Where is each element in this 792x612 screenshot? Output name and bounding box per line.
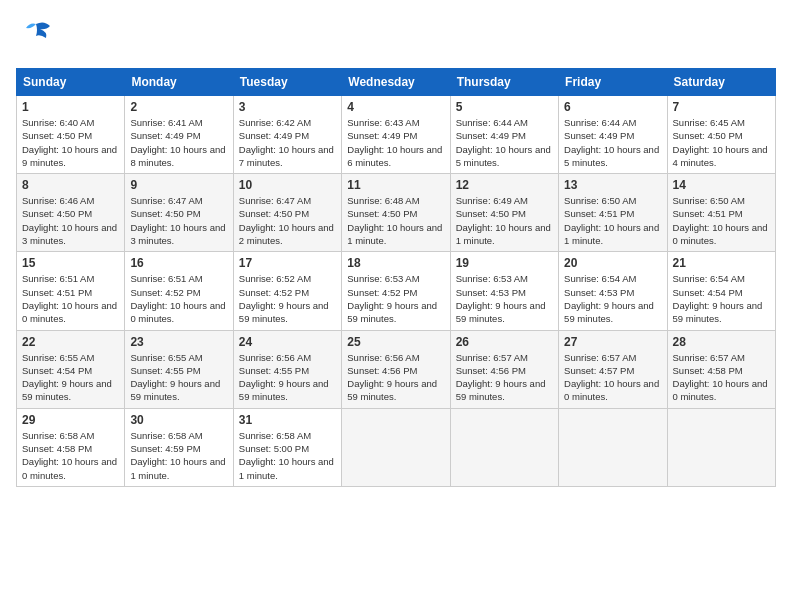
calendar-cell: 28 Sunrise: 6:57 AM Sunset: 4:58 PM Dayl… xyxy=(667,330,775,408)
daylight: Daylight: 10 hours and 1 minute. xyxy=(130,456,225,480)
column-header-tuesday: Tuesday xyxy=(233,69,341,96)
calendar-cell: 11 Sunrise: 6:48 AM Sunset: 4:50 PM Dayl… xyxy=(342,174,450,252)
day-info: Sunrise: 6:58 AM Sunset: 5:00 PM Dayligh… xyxy=(239,429,336,482)
day-number: 31 xyxy=(239,413,336,427)
calendar-cell xyxy=(450,408,558,486)
day-number: 29 xyxy=(22,413,119,427)
day-info: Sunrise: 6:52 AM Sunset: 4:52 PM Dayligh… xyxy=(239,272,336,325)
day-info: Sunrise: 6:56 AM Sunset: 4:55 PM Dayligh… xyxy=(239,351,336,404)
calendar-cell: 14 Sunrise: 6:50 AM Sunset: 4:51 PM Dayl… xyxy=(667,174,775,252)
sunset: Sunset: 4:50 PM xyxy=(130,208,200,219)
daylight: Daylight: 9 hours and 59 minutes. xyxy=(673,300,763,324)
daylight: Daylight: 9 hours and 59 minutes. xyxy=(239,378,329,402)
sunset: Sunset: 5:00 PM xyxy=(239,443,309,454)
sunset: Sunset: 4:50 PM xyxy=(347,208,417,219)
day-number: 30 xyxy=(130,413,227,427)
calendar-cell: 8 Sunrise: 6:46 AM Sunset: 4:50 PM Dayli… xyxy=(17,174,125,252)
sunset: Sunset: 4:52 PM xyxy=(239,287,309,298)
column-header-sunday: Sunday xyxy=(17,69,125,96)
sunrise: Sunrise: 6:53 AM xyxy=(456,273,528,284)
calendar-cell: 4 Sunrise: 6:43 AM Sunset: 4:49 PM Dayli… xyxy=(342,96,450,174)
day-info: Sunrise: 6:54 AM Sunset: 4:54 PM Dayligh… xyxy=(673,272,770,325)
page-header xyxy=(16,16,776,60)
sunrise: Sunrise: 6:44 AM xyxy=(564,117,636,128)
sunset: Sunset: 4:55 PM xyxy=(130,365,200,376)
day-number: 22 xyxy=(22,335,119,349)
day-info: Sunrise: 6:55 AM Sunset: 4:55 PM Dayligh… xyxy=(130,351,227,404)
day-number: 11 xyxy=(347,178,444,192)
day-number: 2 xyxy=(130,100,227,114)
calendar-cell: 26 Sunrise: 6:57 AM Sunset: 4:56 PM Dayl… xyxy=(450,330,558,408)
calendar-cell: 21 Sunrise: 6:54 AM Sunset: 4:54 PM Dayl… xyxy=(667,252,775,330)
daylight: Daylight: 10 hours and 7 minutes. xyxy=(239,144,334,168)
sunrise: Sunrise: 6:44 AM xyxy=(456,117,528,128)
day-number: 17 xyxy=(239,256,336,270)
sunrise: Sunrise: 6:58 AM xyxy=(22,430,94,441)
day-number: 8 xyxy=(22,178,119,192)
daylight: Daylight: 10 hours and 0 minutes. xyxy=(673,222,768,246)
sunset: Sunset: 4:54 PM xyxy=(673,287,743,298)
day-number: 21 xyxy=(673,256,770,270)
day-info: Sunrise: 6:57 AM Sunset: 4:57 PM Dayligh… xyxy=(564,351,661,404)
sunrise: Sunrise: 6:57 AM xyxy=(673,352,745,363)
daylight: Daylight: 10 hours and 1 minute. xyxy=(239,456,334,480)
calendar-cell: 31 Sunrise: 6:58 AM Sunset: 5:00 PM Dayl… xyxy=(233,408,341,486)
calendar-cell: 12 Sunrise: 6:49 AM Sunset: 4:50 PM Dayl… xyxy=(450,174,558,252)
sunset: Sunset: 4:49 PM xyxy=(347,130,417,141)
daylight: Daylight: 10 hours and 3 minutes. xyxy=(130,222,225,246)
sunrise: Sunrise: 6:50 AM xyxy=(673,195,745,206)
sunrise: Sunrise: 6:55 AM xyxy=(22,352,94,363)
calendar-cell: 27 Sunrise: 6:57 AM Sunset: 4:57 PM Dayl… xyxy=(559,330,667,408)
calendar-cell: 24 Sunrise: 6:56 AM Sunset: 4:55 PM Dayl… xyxy=(233,330,341,408)
calendar-cell: 15 Sunrise: 6:51 AM Sunset: 4:51 PM Dayl… xyxy=(17,252,125,330)
daylight: Daylight: 10 hours and 0 minutes. xyxy=(564,378,659,402)
day-number: 3 xyxy=(239,100,336,114)
day-number: 13 xyxy=(564,178,661,192)
day-info: Sunrise: 6:53 AM Sunset: 4:52 PM Dayligh… xyxy=(347,272,444,325)
day-info: Sunrise: 6:55 AM Sunset: 4:54 PM Dayligh… xyxy=(22,351,119,404)
sunrise: Sunrise: 6:58 AM xyxy=(130,430,202,441)
sunrise: Sunrise: 6:54 AM xyxy=(564,273,636,284)
day-info: Sunrise: 6:44 AM Sunset: 4:49 PM Dayligh… xyxy=(564,116,661,169)
day-number: 18 xyxy=(347,256,444,270)
calendar-cell: 5 Sunrise: 6:44 AM Sunset: 4:49 PM Dayli… xyxy=(450,96,558,174)
sunrise: Sunrise: 6:45 AM xyxy=(673,117,745,128)
calendar-cell: 13 Sunrise: 6:50 AM Sunset: 4:51 PM Dayl… xyxy=(559,174,667,252)
calendar-cell xyxy=(559,408,667,486)
calendar-cell: 2 Sunrise: 6:41 AM Sunset: 4:49 PM Dayli… xyxy=(125,96,233,174)
sunrise: Sunrise: 6:48 AM xyxy=(347,195,419,206)
day-info: Sunrise: 6:49 AM Sunset: 4:50 PM Dayligh… xyxy=(456,194,553,247)
day-number: 27 xyxy=(564,335,661,349)
calendar-week-row: 22 Sunrise: 6:55 AM Sunset: 4:54 PM Dayl… xyxy=(17,330,776,408)
day-info: Sunrise: 6:47 AM Sunset: 4:50 PM Dayligh… xyxy=(130,194,227,247)
daylight: Daylight: 10 hours and 0 minutes. xyxy=(673,378,768,402)
daylight: Daylight: 10 hours and 0 minutes. xyxy=(22,300,117,324)
day-number: 4 xyxy=(347,100,444,114)
sunrise: Sunrise: 6:55 AM xyxy=(130,352,202,363)
day-number: 19 xyxy=(456,256,553,270)
column-header-wednesday: Wednesday xyxy=(342,69,450,96)
calendar-cell: 10 Sunrise: 6:47 AM Sunset: 4:50 PM Dayl… xyxy=(233,174,341,252)
daylight: Daylight: 10 hours and 5 minutes. xyxy=(456,144,551,168)
calendar-cell: 9 Sunrise: 6:47 AM Sunset: 4:50 PM Dayli… xyxy=(125,174,233,252)
day-info: Sunrise: 6:53 AM Sunset: 4:53 PM Dayligh… xyxy=(456,272,553,325)
day-number: 15 xyxy=(22,256,119,270)
daylight: Daylight: 9 hours and 59 minutes. xyxy=(130,378,220,402)
daylight: Daylight: 10 hours and 0 minutes. xyxy=(130,300,225,324)
daylight: Daylight: 10 hours and 9 minutes. xyxy=(22,144,117,168)
sunset: Sunset: 4:57 PM xyxy=(564,365,634,376)
day-number: 1 xyxy=(22,100,119,114)
daylight: Daylight: 10 hours and 6 minutes. xyxy=(347,144,442,168)
day-number: 20 xyxy=(564,256,661,270)
calendar-cell: 19 Sunrise: 6:53 AM Sunset: 4:53 PM Dayl… xyxy=(450,252,558,330)
calendar-cell: 22 Sunrise: 6:55 AM Sunset: 4:54 PM Dayl… xyxy=(17,330,125,408)
daylight: Daylight: 9 hours and 59 minutes. xyxy=(347,300,437,324)
sunset: Sunset: 4:51 PM xyxy=(673,208,743,219)
sunset: Sunset: 4:49 PM xyxy=(130,130,200,141)
daylight: Daylight: 10 hours and 1 minute. xyxy=(564,222,659,246)
day-info: Sunrise: 6:40 AM Sunset: 4:50 PM Dayligh… xyxy=(22,116,119,169)
column-header-saturday: Saturday xyxy=(667,69,775,96)
sunset: Sunset: 4:50 PM xyxy=(673,130,743,141)
day-info: Sunrise: 6:57 AM Sunset: 4:58 PM Dayligh… xyxy=(673,351,770,404)
sunset: Sunset: 4:50 PM xyxy=(22,130,92,141)
